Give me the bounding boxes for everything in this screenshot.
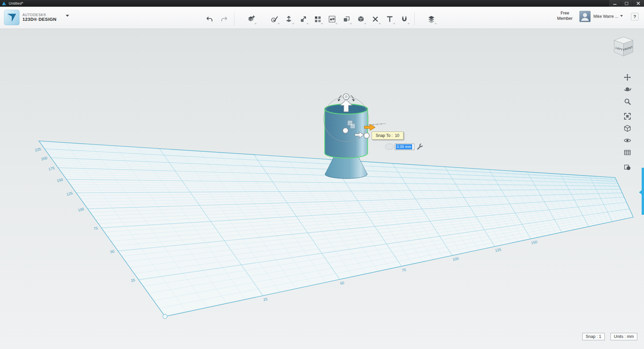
window-controls (609, 0, 644, 7)
nav-orbit[interactable] (623, 85, 632, 94)
side-handle[interactable] (364, 133, 369, 138)
tool-undo[interactable] (205, 14, 214, 24)
nav-pan[interactable] (623, 72, 632, 82)
toolbar-separator (414, 12, 415, 26)
tool-pattern[interactable] (313, 14, 322, 24)
nav-grid-settings[interactable] (623, 148, 632, 157)
tool-material[interactable] (427, 14, 436, 24)
snap-status[interactable]: Snap : 1 (582, 333, 605, 340)
minimize-button[interactable] (609, 0, 621, 7)
axis-label: 75 (401, 267, 406, 272)
tool-grouping[interactable] (328, 14, 336, 24)
nav-zoom[interactable] (623, 97, 632, 106)
tool-primitives[interactable] (247, 14, 256, 24)
axis-label: 25 (130, 278, 136, 283)
axis-label: 150 (531, 240, 538, 245)
axis-label: 150 (56, 178, 63, 183)
units-status[interactable]: Units : mm (610, 333, 637, 340)
window-title: Untitled* (9, 1, 23, 5)
app-logo-icon (4, 10, 19, 25)
axis-label: 200 (41, 156, 48, 161)
axis-label: 125 (66, 191, 73, 196)
axis-label: 100 (452, 256, 459, 262)
snap-tooltip: Snap To : 10 (372, 132, 404, 140)
viewport-canvas[interactable]: 225200175150125100755025255075100125150 (0, 29, 644, 349)
main-tools (205, 12, 441, 26)
toolbar-separator (234, 12, 234, 26)
center-handle[interactable] (343, 128, 348, 133)
grid-origin (163, 314, 167, 319)
dimension-input-row: 0.00 mm (385, 143, 424, 150)
dimension-value: 0.00 mm (396, 144, 412, 149)
user-menu[interactable]: Mike Warre ... (579, 11, 623, 22)
chevron-down-icon (620, 15, 623, 18)
tool-combine[interactable] (342, 14, 351, 24)
tool-text[interactable] (385, 14, 394, 24)
side-panel-tab[interactable] (642, 168, 644, 215)
toolbar: AUTODESK® 123D® DESIGN Free Member Mike … (0, 7, 644, 29)
wrench-icon[interactable] (416, 143, 424, 150)
tool-modify[interactable] (299, 14, 308, 24)
dimension-input[interactable]: 0.00 mm (395, 144, 414, 150)
axis-label: 75 (93, 226, 98, 231)
nav-zoom-fit[interactable] (623, 111, 632, 121)
brand: AUTODESK® 123D® DESIGN (4, 10, 56, 25)
tool-construct[interactable] (284, 14, 293, 24)
axis-label: 125 (495, 247, 501, 253)
scene: 225200175150125100755025255075100125150 (0, 29, 644, 349)
membership-status: Free Member (553, 11, 577, 21)
app-menu-caret-icon[interactable] (66, 15, 69, 18)
axis-label: 50 (110, 249, 115, 254)
tool-snap[interactable] (400, 14, 409, 24)
axis-label: 50 (340, 281, 344, 285)
panel-arrow-icon (637, 190, 642, 195)
navigation-toolbar (623, 72, 632, 174)
maximize-button[interactable] (621, 0, 632, 7)
application-window: Untitled* AUTODESK® 123D® DESIGN Free Me… (0, 0, 644, 349)
title-bar: Untitled* (0, 0, 644, 7)
tool-redo[interactable] (220, 14, 228, 24)
avatar (579, 11, 591, 22)
axis-label: 225 (35, 147, 42, 152)
axis-label: 25 (263, 297, 268, 302)
axis-label: 175 (48, 166, 55, 171)
app-icon (2, 1, 6, 6)
drag-ghost (385, 144, 394, 150)
tool-measure[interactable] (357, 14, 365, 24)
brand-product: 123D® DESIGN (22, 17, 56, 22)
view-cube[interactable]: LEFT FRONT (611, 35, 635, 59)
brand-autodesk: AUTODESK® (22, 13, 56, 17)
axis-label: 100 (77, 207, 85, 212)
nav-material-browser[interactable] (623, 162, 632, 172)
tool-sketch[interactable] (270, 14, 279, 24)
help-button[interactable]: ? (631, 13, 639, 20)
user-name: Mike Warre ... (593, 14, 618, 19)
nav-view-box[interactable] (623, 123, 632, 133)
tool-delete[interactable] (371, 14, 380, 24)
nav-visibility[interactable] (623, 136, 632, 145)
close-button[interactable] (633, 0, 644, 7)
